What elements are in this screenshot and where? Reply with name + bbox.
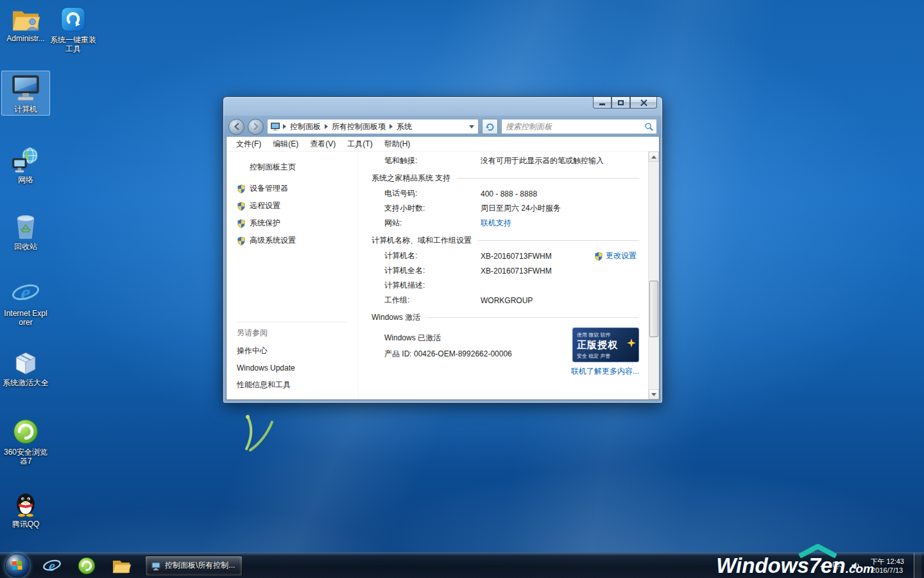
caption-buttons: [593, 97, 657, 109]
activation-section-title: Windows 激活: [372, 312, 420, 323]
breadcrumb-system[interactable]: 系统: [393, 121, 416, 132]
close-icon: [640, 99, 647, 106]
desktop-icon-label: Administr...: [6, 34, 44, 43]
control-panel-icon: [151, 561, 161, 571]
desktop-icon-qq[interactable]: 腾讯QQ: [1, 487, 50, 530]
uac-shield-icon: [237, 236, 246, 245]
start-button[interactable]: [5, 554, 30, 578]
desktop-icon-activation-tool[interactable]: 系统激活大全: [1, 346, 50, 389]
taskbar-task-control-panel[interactable]: 控制面板\所有控制...: [145, 556, 243, 576]
close-button[interactable]: [630, 97, 657, 109]
phone-label: 电话号码:: [384, 188, 481, 199]
forward-button[interactable]: [248, 119, 264, 135]
menu-view[interactable]: 查看(V): [304, 137, 341, 152]
full-name-row: 计算机全名: XB-20160713FWHM: [372, 265, 639, 276]
scroll-up-button[interactable]: [649, 152, 659, 162]
minimize-button[interactable]: [593, 97, 612, 109]
breadcrumb-all-items[interactable]: 所有控制面板项: [328, 121, 389, 132]
refresh-button[interactable]: [482, 119, 498, 134]
menu-bar: 文件(F) 编辑(E) 查看(V) 工具(T) 帮助(H): [227, 137, 659, 152]
genuine-microsoft-badge[interactable]: 使用 微软 软件 正版授权 安全 稳定 声誉: [572, 328, 639, 362]
full-name-label: 计算机全名:: [384, 265, 481, 276]
window-titlebar[interactable]: [226, 97, 660, 116]
menu-file[interactable]: 文件(F): [230, 137, 267, 152]
desktop-icon-label: 网络: [18, 175, 33, 184]
show-desktop-button[interactable]: [914, 553, 921, 578]
scroll-down-button[interactable]: [649, 389, 659, 399]
control-panel-icon: [270, 121, 280, 132]
scrollbar-thumb[interactable]: [649, 281, 658, 337]
back-arrow-icon: [232, 122, 241, 131]
system-window: 控制面板 所有控制面板项 系统: [223, 96, 663, 403]
desktop-icon-label: 腾讯QQ: [12, 520, 40, 529]
badge-line-3: 安全 稳定 声誉: [577, 353, 635, 360]
desktop-icon-computer[interactable]: 计算机: [1, 71, 50, 116]
change-settings-label: 更改设置: [606, 250, 637, 261]
360-browser-icon: [77, 556, 96, 575]
taskbar-internet-explorer[interactable]: e: [39, 553, 65, 578]
window-body: 文件(F) 编辑(E) 查看(V) 工具(T) 帮助(H) 控制面板主页: [226, 137, 660, 400]
section-rule: [457, 178, 639, 179]
section-rule: [427, 317, 639, 318]
sidebar-task-list: 设备管理器 远程设置: [237, 183, 358, 246]
breadcrumb-control-panel[interactable]: 控制面板: [286, 121, 325, 132]
sidebar-item-label: 系统保护: [250, 218, 280, 229]
navigation-bar: 控制面板 所有控制面板项 系统: [226, 116, 660, 137]
sidebar-item-system-protection[interactable]: 系统保护: [237, 218, 358, 229]
support-section-title: 系统之家精品系统 支持: [372, 173, 450, 184]
menu-edit[interactable]: 编辑(E): [267, 137, 304, 152]
sidebar-item-remote-settings[interactable]: 远程设置: [237, 200, 358, 211]
badge-line-1: 使用 微软 软件: [577, 331, 635, 338]
support-section-header: 系统之家精品系统 支持: [372, 173, 639, 184]
search-input[interactable]: [504, 121, 644, 132]
sidebar-item-action-center[interactable]: 操作中心: [237, 346, 358, 356]
desktop-icon-reinstall-tool[interactable]: 系统一键重装工具: [49, 3, 98, 55]
maximize-button[interactable]: [612, 97, 630, 109]
back-button[interactable]: [228, 119, 244, 135]
sidebar-item-performance-tools[interactable]: 性能信息和工具: [237, 380, 358, 390]
hours-value: 周日至周六 24小时服务: [481, 203, 639, 214]
volume-tray-icon[interactable]: [850, 561, 860, 571]
sidebar-item-device-manager[interactable]: 设备管理器: [237, 183, 358, 194]
product-id: 产品 ID: 00426-OEM-8992662-00006: [384, 349, 569, 360]
computer-name-value: XB-20160713FWHM: [481, 252, 594, 261]
sidebar-item-windows-update[interactable]: Windows Update: [237, 363, 358, 372]
sidebar-item-control-panel-home[interactable]: 控制面板主页: [250, 162, 358, 173]
desktop-icon-internet-explorer[interactable]: e Internet Explorer: [1, 276, 50, 329]
system-tray: 下午 12:43 2016/7/13: [820, 553, 924, 578]
desktop-icon-administrator[interactable]: Administr...: [1, 3, 50, 45]
description-label: 计算机描述:: [384, 280, 481, 291]
taskbar-explorer[interactable]: [108, 553, 134, 578]
search-box[interactable]: [501, 119, 657, 134]
task-label: 控制面板\所有控制...: [165, 560, 235, 571]
desktop-icon-recycle-bin[interactable]: 回收站: [1, 208, 50, 253]
computer-name-section-header: 计算机名称、域和工作组设置: [372, 235, 639, 246]
desktop-icon-network[interactable]: 网络: [1, 143, 50, 186]
menu-tools[interactable]: 工具(T): [341, 137, 378, 152]
address-dropdown-button[interactable]: [466, 125, 477, 128]
hidden-icons-button[interactable]: [820, 564, 825, 567]
learn-more-link[interactable]: 联机了解更多内容...: [571, 366, 639, 377]
chevron-down-icon: [469, 125, 474, 128]
address-breadcrumb-bar[interactable]: 控制面板 所有控制面板项 系统: [267, 119, 479, 134]
chevron-down-icon: [651, 393, 656, 396]
360-browser-icon: [12, 417, 40, 446]
internet-explorer-icon: e: [11, 279, 40, 307]
activation-section-header: Windows 激活: [372, 312, 639, 323]
change-settings-link[interactable]: 更改设置: [594, 250, 639, 261]
taskbar-clock[interactable]: 下午 12:43 2016/7/13: [870, 557, 904, 575]
scrollbar-track[interactable]: [649, 162, 659, 389]
vertical-scrollbar[interactable]: [648, 152, 659, 399]
activation-text-column: Windows 已激活 产品 ID: 00426-OEM-8992662-000…: [384, 328, 569, 377]
menu-help[interactable]: 帮助(H): [379, 137, 416, 152]
desktop-icon-label: 计算机: [14, 105, 37, 114]
clock-date: 2016/7/13: [870, 566, 904, 575]
taskbar-360-browser[interactable]: [74, 553, 99, 578]
desktop-icon-360-browser[interactable]: 360安全浏览器7: [1, 415, 50, 468]
website-label: 网站:: [384, 218, 481, 229]
forward-arrow-icon: [252, 122, 261, 131]
pen-touch-label: 笔和触摸:: [384, 155, 481, 166]
network-tray-icon[interactable]: [832, 561, 843, 571]
sidebar-item-advanced-settings[interactable]: 高级系统设置: [237, 235, 358, 246]
online-support-link[interactable]: 联机支持: [481, 218, 511, 227]
